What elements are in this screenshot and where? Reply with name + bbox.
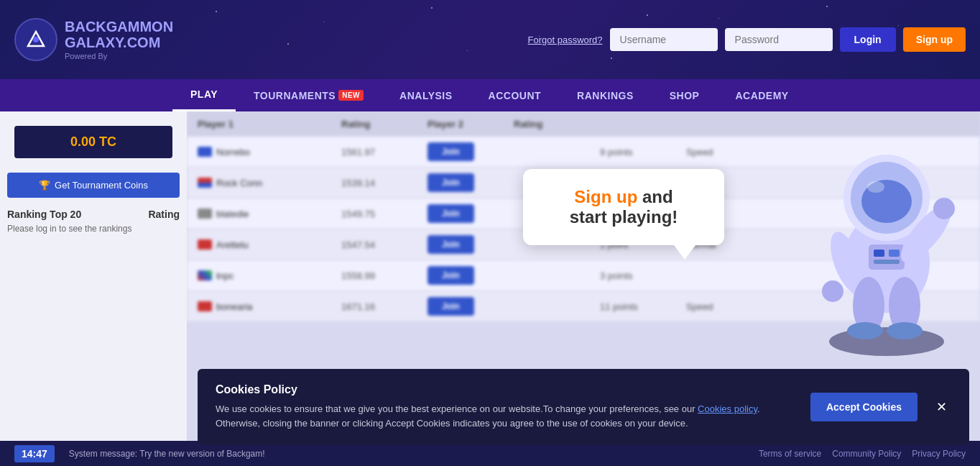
player1-rating: 1549.75 xyxy=(341,209,427,219)
cookie-text: We use cookies to ensure that we give yo… xyxy=(216,402,796,430)
close-cookie-banner-button[interactable]: ✕ xyxy=(932,398,951,416)
join-button[interactable]: Join xyxy=(427,297,474,316)
header-points xyxy=(600,119,686,129)
logo-line1: BACKGAMMON xyxy=(65,19,173,35)
svg-rect-10 xyxy=(874,260,900,264)
join-button[interactable]: Join xyxy=(427,173,474,192)
logo-area: BACKGAMMON GALAXY.COM Powered By xyxy=(14,18,187,61)
svg-point-17 xyxy=(847,322,883,339)
main-layout: 0.00 TC 🏆 Get Tournament Coins Ranking T… xyxy=(0,111,980,466)
bottom-bar: 14:47 System message: Try the new versio… xyxy=(0,441,980,466)
ranking-top-label: Ranking Top 20 xyxy=(7,209,81,220)
flag-icon xyxy=(198,301,212,311)
coin-icon: 🏆 xyxy=(39,180,50,191)
clock: 14:47 xyxy=(14,445,55,462)
cookie-actions: Accept Cookies xyxy=(810,393,917,421)
svg-point-14 xyxy=(933,198,955,219)
player1-rating: 1561.97 xyxy=(341,147,427,157)
powered-by: Powered By xyxy=(65,52,173,60)
logo-title: BACKGAMMON GALAXY.COM xyxy=(65,19,173,50)
speech-bubble: Sign up andstart playing! xyxy=(523,169,724,245)
sidebar: 0.00 TC 🏆 Get Tournament Coins Ranking T… xyxy=(0,111,187,466)
get-tournament-coins-button[interactable]: 🏆 Get Tournament Coins xyxy=(7,173,180,198)
nav-shop[interactable]: SHOP xyxy=(652,79,718,111)
logo-icon[interactable] xyxy=(14,18,57,61)
player1-name: blatedie xyxy=(216,209,249,219)
nav-academy[interactable]: ACADEMY xyxy=(717,79,806,111)
login-button[interactable]: Login xyxy=(840,27,896,52)
signup-overlay: Sign up andstart playing! xyxy=(523,169,724,245)
signup-button[interactable]: Sign up xyxy=(903,27,966,52)
header: BACKGAMMON GALAXY.COM Powered By Forgot … xyxy=(0,0,980,79)
player1-name: Arettelu xyxy=(216,239,249,250)
flag-icon xyxy=(198,239,212,250)
cookie-content: Cookies Policy We use cookies to ensure … xyxy=(216,383,796,430)
points: 3 points xyxy=(600,270,686,281)
join-button[interactable]: Join xyxy=(427,266,474,285)
player1-rating: 1547.54 xyxy=(341,239,427,250)
nav-account[interactable]: ACCOUNT xyxy=(471,79,560,111)
player1-name: Rock Conn xyxy=(216,178,262,188)
flag-icon xyxy=(198,178,212,188)
points: 11 points xyxy=(600,301,686,312)
forgot-password-link[interactable]: Forgot password? xyxy=(528,35,603,45)
svg-point-12 xyxy=(822,280,843,302)
footer-links: Terms of service Community Policy Privac… xyxy=(759,449,966,459)
svg-point-19 xyxy=(867,181,884,193)
join-button[interactable]: Join xyxy=(427,235,474,254)
svg-rect-7 xyxy=(869,245,905,270)
header-auth: Forgot password? Login Sign up xyxy=(528,27,966,52)
player1-rating: 1671.16 xyxy=(341,301,427,312)
password-input[interactable] xyxy=(725,28,833,51)
cookies-policy-link[interactable]: Cookies policy xyxy=(698,403,757,414)
nav-rankings[interactable]: RANKINGS xyxy=(559,79,652,111)
nav-bar: PLAY TOURNAMENTS NEW ANALYSIS ACCOUNT RA… xyxy=(0,79,980,111)
logo-text: BACKGAMMON GALAXY.COM Powered By xyxy=(65,19,173,60)
nav-tournaments[interactable]: TOURNAMENTS NEW xyxy=(236,79,382,111)
cookie-text-before: We use cookies to ensure that we give yo… xyxy=(216,403,698,414)
join-button[interactable]: Join xyxy=(427,204,474,223)
ranking-header: Ranking Top 20 Rating xyxy=(0,198,187,224)
username-input[interactable] xyxy=(610,28,718,51)
join-button[interactable]: Join xyxy=(427,142,474,161)
privacy-policy-link[interactable]: Privacy Policy xyxy=(912,449,966,459)
svg-rect-8 xyxy=(874,250,884,257)
game-type: Speed xyxy=(686,301,772,312)
flag-icon xyxy=(198,147,212,157)
player1-rating: 1539.14 xyxy=(341,178,427,188)
content-area: Player 1 Rating Player 2 Rating Norrebo … xyxy=(187,111,980,466)
signup-text-orange: Sign up xyxy=(574,187,637,206)
player1-name: Norrebo xyxy=(216,147,250,157)
flag-icon xyxy=(198,209,212,219)
accept-cookies-button[interactable]: Accept Cookies xyxy=(810,393,917,421)
points: 9 points xyxy=(600,147,686,157)
cookie-banner: Cookies Policy We use cookies to ensure … xyxy=(198,369,969,444)
nav-play[interactable]: PLAY xyxy=(172,79,236,111)
header-type xyxy=(686,119,772,129)
header-rating1: Rating xyxy=(341,119,427,129)
svg-point-1 xyxy=(33,37,39,42)
new-badge: NEW xyxy=(338,90,364,101)
header-player2: Player 2 xyxy=(427,119,514,129)
rating-label: Rating xyxy=(148,209,180,220)
community-policy-link[interactable]: Community Policy xyxy=(832,449,901,459)
player1-name: tnpc xyxy=(216,270,234,281)
player1-rating: 1558.99 xyxy=(341,270,427,281)
header-player1: Player 1 xyxy=(198,119,341,129)
svg-point-18 xyxy=(887,322,923,339)
svg-point-2 xyxy=(829,327,944,356)
nav-analysis[interactable]: ANALYSIS xyxy=(382,79,471,111)
svg-rect-9 xyxy=(889,250,900,257)
astronaut-illustration xyxy=(793,111,980,363)
logo-line2: GALAXY.COM xyxy=(65,35,160,50)
player1-name: bonearia xyxy=(216,301,253,312)
ranking-subtext: Please log in to see the rankings xyxy=(0,224,187,234)
flag-icon xyxy=(198,270,212,280)
game-type: Speed xyxy=(686,147,772,157)
cookie-title: Cookies Policy xyxy=(216,383,796,396)
tc-balance: 0.00 TC xyxy=(14,126,172,158)
terms-of-service-link[interactable]: Terms of service xyxy=(759,449,821,459)
header-rating2: Rating xyxy=(514,119,600,129)
system-message: System message: Try the new version of B… xyxy=(69,449,744,459)
